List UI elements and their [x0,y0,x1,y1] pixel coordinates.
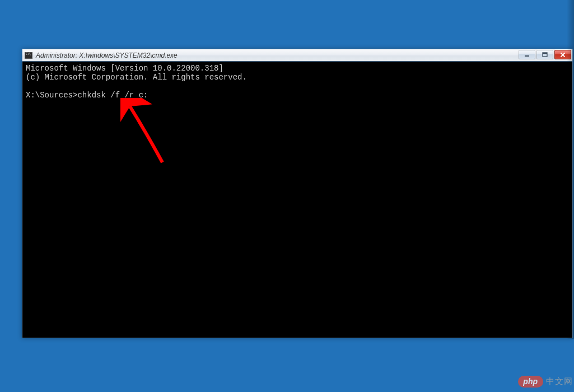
window-controls [519,50,571,59]
watermark-pill: php [518,376,543,388]
window-title: Administrator: X:\windows\SYSTEM32\cmd.e… [36,52,178,59]
close-button[interactable] [554,50,571,59]
svg-rect-0 [525,55,529,57]
cmd-icon [25,52,32,59]
close-icon [560,52,566,58]
maximize-icon [542,52,548,58]
copyright-line: (c) Microsoft Corporation. All rights re… [26,73,247,82]
watermark: php 中文网 [518,376,573,388]
command-input: chkdsk /f /r c: [77,91,148,100]
prompt: X:\Sources> [26,91,77,100]
minimize-icon [524,52,530,58]
terminal-output[interactable]: Microsoft Windows [Version 10.0.22000.31… [22,62,572,338]
minimize-button[interactable] [519,50,535,59]
maximize-button[interactable] [536,50,553,59]
version-line: Microsoft Windows [Version 10.0.22000.31… [26,64,223,73]
watermark-text: 中文网 [546,376,573,387]
titlebar[interactable]: Administrator: X:\windows\SYSTEM32\cmd.e… [22,49,572,62]
svg-rect-2 [543,53,547,54]
cmd-window: Administrator: X:\windows\SYSTEM32\cmd.e… [22,49,573,338]
